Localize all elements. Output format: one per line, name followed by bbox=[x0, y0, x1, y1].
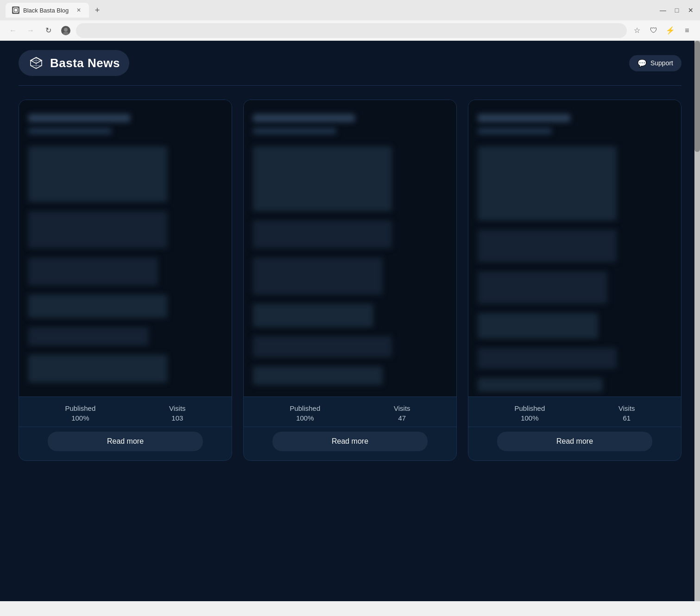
news-card-1: Published 100% Visits 103 Read more bbox=[19, 100, 232, 461]
news-card-3: Published 100% Visits 61 Read more bbox=[468, 100, 681, 461]
profile-icon bbox=[58, 23, 73, 38]
news-card-2: Published 100% Visits 47 Read more bbox=[243, 100, 457, 461]
logo-area: Basta News bbox=[19, 50, 129, 76]
card-3-visits: Visits 61 bbox=[618, 404, 635, 422]
published-value-1: 100% bbox=[71, 414, 89, 422]
maximize-button[interactable]: □ bbox=[673, 6, 681, 14]
svg-point-3 bbox=[64, 28, 68, 31]
nav-actions: ☆ 🛡 ⚡ ≡ bbox=[630, 23, 694, 38]
svg-rect-1 bbox=[14, 9, 17, 12]
menu-button[interactable]: ≡ bbox=[680, 23, 694, 38]
card-3-stats: Published 100% Visits 61 bbox=[468, 396, 681, 427]
card-1-image bbox=[19, 100, 232, 396]
card-2-stats: Published 100% Visits 47 bbox=[244, 396, 456, 427]
card-2-published: Published 100% bbox=[290, 404, 320, 422]
nav-bar: ← → ↻ ☆ 🛡 ⚡ ≡ bbox=[0, 20, 700, 41]
back-button[interactable]: ← bbox=[6, 23, 20, 38]
minimize-button[interactable]: — bbox=[659, 6, 667, 14]
visits-label-2: Visits bbox=[394, 404, 410, 412]
svg-point-4 bbox=[63, 31, 69, 35]
window-controls: — □ ✕ bbox=[659, 6, 694, 14]
site-header: Basta News 💬 Support bbox=[0, 41, 700, 85]
close-button[interactable]: ✕ bbox=[687, 6, 694, 14]
tab-label: Black Basta Blog bbox=[23, 7, 69, 14]
title-bar: Black Basta Blog ✕ + — □ ✕ bbox=[0, 0, 700, 20]
tab-favicon bbox=[12, 6, 19, 14]
browser-chrome: Black Basta Blog ✕ + — □ ✕ ← → ↻ ☆ 🛡 bbox=[0, 0, 700, 41]
refresh-button[interactable]: ↻ bbox=[41, 23, 56, 38]
new-tab-button[interactable]: + bbox=[91, 4, 104, 17]
active-tab[interactable]: Black Basta Blog ✕ bbox=[6, 3, 89, 18]
published-label-3: Published bbox=[514, 404, 545, 412]
logo-icon bbox=[28, 55, 44, 71]
address-bar[interactable] bbox=[76, 23, 627, 38]
card-1-visits: Visits 103 bbox=[169, 404, 186, 422]
card-1-footer: Read more bbox=[19, 427, 232, 460]
support-label: Support bbox=[650, 59, 673, 67]
support-button[interactable]: 💬 Support bbox=[629, 55, 681, 71]
card-1-stats: Published 100% Visits 103 bbox=[19, 396, 232, 427]
card-3-image bbox=[468, 100, 681, 396]
card-2-image bbox=[244, 100, 456, 396]
read-more-button-1[interactable]: Read more bbox=[48, 432, 203, 451]
visits-value-1: 103 bbox=[171, 414, 183, 422]
published-label-1: Published bbox=[65, 404, 95, 412]
card-3-footer: Read more bbox=[468, 427, 681, 460]
bookmark-button[interactable]: ☆ bbox=[630, 23, 644, 38]
read-more-button-3[interactable]: Read more bbox=[497, 432, 652, 451]
cards-grid: Published 100% Visits 103 Read more bbox=[0, 86, 700, 479]
forward-button[interactable]: → bbox=[23, 23, 38, 38]
site-title: Basta News bbox=[50, 56, 120, 70]
page-content: Basta News 💬 Support Publi bbox=[0, 41, 700, 601]
tab-close-button[interactable]: ✕ bbox=[75, 6, 82, 14]
scrollbar-thumb[interactable] bbox=[694, 41, 700, 152]
published-value-2: 100% bbox=[296, 414, 314, 422]
card-2-visits: Visits 47 bbox=[394, 404, 410, 422]
support-icon: 💬 bbox=[637, 59, 647, 68]
scrollbar-track bbox=[694, 41, 700, 601]
published-value-3: 100% bbox=[521, 414, 538, 422]
card-2-footer: Read more bbox=[244, 427, 456, 460]
visits-label-1: Visits bbox=[169, 404, 186, 412]
read-more-button-2[interactable]: Read more bbox=[272, 432, 428, 451]
card-3-published: Published 100% bbox=[514, 404, 545, 422]
extensions-button[interactable]: ⚡ bbox=[663, 23, 678, 38]
shield-button[interactable]: 🛡 bbox=[646, 23, 661, 38]
card-1-published: Published 100% bbox=[65, 404, 95, 422]
published-label-2: Published bbox=[290, 404, 320, 412]
visits-value-2: 47 bbox=[398, 414, 406, 422]
visits-label-3: Visits bbox=[618, 404, 635, 412]
visits-value-3: 61 bbox=[623, 414, 631, 422]
